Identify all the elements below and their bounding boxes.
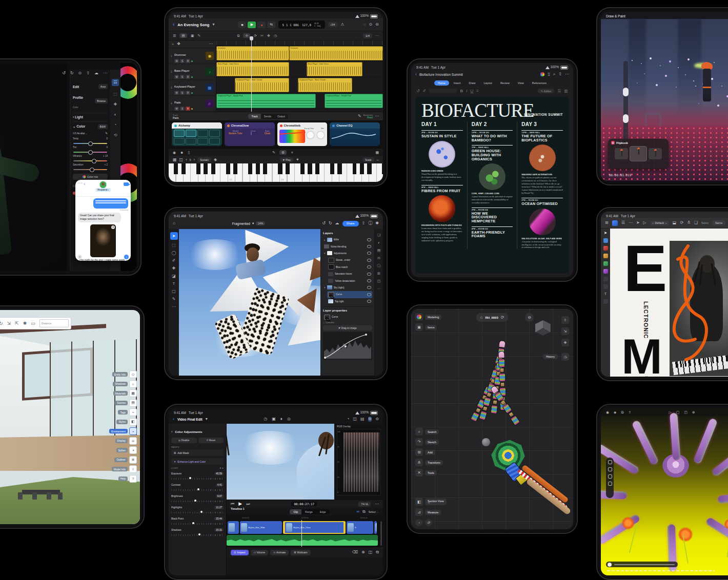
headers-more-icon[interactable]: ⋯ (209, 42, 213, 46)
shape-tool-icon[interactable] (603, 284, 608, 289)
share-button[interactable]: Share (342, 221, 359, 226)
camera-icon[interactable]: ◫ (684, 410, 687, 414)
split-keyboard-icon[interactable]: ◫ (179, 158, 184, 162)
back-icon[interactable]: ‹ (173, 22, 174, 27)
arrange-area[interactable]: Drummer Drummer Bass Player - Indie Disc… (216, 40, 383, 112)
piano-keyboard[interactable]: C3 C4 (169, 163, 383, 182)
play-button[interactable]: ▶ (248, 22, 256, 28)
stop-icon[interactable]: ▢ (676, 410, 680, 414)
lcd-display[interactable]: 5 1 1 086 127,0 4/4C maj (278, 20, 325, 29)
text-tool-icon[interactable]: T (604, 292, 607, 296)
render-progress-slider[interactable] (606, 562, 678, 567)
model-info-icon[interactable]: i (129, 465, 137, 473)
copy-icon[interactable]: ⧉ (621, 410, 624, 414)
poster-canvas[interactable]: E LECTRONIC M USIC (610, 229, 728, 377)
sketch-button[interactable]: Sketch (425, 440, 439, 445)
track-header-drummer[interactable]: 1 Drummer MSR ◉ (169, 48, 216, 64)
track-header-keys[interactable]: 3 Keyboard Player MSR ▦ (169, 80, 216, 96)
pip-icon[interactable]: ⧉ (368, 417, 372, 422)
text-panel-icon[interactable]: ▤ (377, 248, 381, 252)
eye-icon[interactable] (367, 293, 371, 296)
slider-black-point[interactable]: Black Point15.44 (171, 517, 224, 526)
timeline-tracks[interactable]: Skyline_Blue_Wide Skyline_Blue_Close S S… (227, 520, 383, 547)
curves-section-label[interactable]: ⌄ CURVES (323, 321, 372, 324)
vector-brush-icon[interactable] (603, 246, 608, 251)
speed-icon[interactable]: ◔ (347, 417, 350, 422)
history-clock-icon[interactable]: ◷ (561, 353, 569, 361)
display-button[interactable]: Display (115, 439, 128, 443)
shape-tool-icon[interactable]: ▢ (172, 289, 176, 294)
items-button[interactable]: Items (425, 325, 437, 330)
slider-handle[interactable] (608, 563, 612, 567)
tab-home[interactable]: Home (434, 80, 449, 86)
selection-tool-icon[interactable] (603, 238, 608, 243)
region[interactable]: Keyboard Player - Wide Chords (235, 78, 289, 92)
model-info-button[interactable]: Model Info (112, 467, 128, 471)
add-attachment-button[interactable]: + (77, 255, 82, 259)
panel-back-icon[interactable]: ‹ (171, 430, 173, 434)
cloud-icon[interactable]: ☁ (94, 71, 98, 75)
messages-window[interactable]: ••• ‹ Anupama › Delivered Great! Can you… (75, 180, 131, 261)
tools-button[interactable]: Tools (425, 470, 437, 475)
size-handle[interactable] (623, 88, 629, 96)
frame-thumbnail-active[interactable] (630, 146, 647, 161)
export-icon[interactable]: ⇧ (561, 316, 569, 324)
slider-shadows[interactable]: Shadows15.31 (171, 528, 224, 537)
plugin-power-icon[interactable] (227, 125, 230, 127)
layers-panel-icon[interactable]: ❏ (377, 233, 380, 237)
chevron-down-icon[interactable]: ▾ (206, 417, 208, 421)
layer-row-selected[interactable]: ✎Curve (327, 291, 372, 298)
plugin-power-icon[interactable] (332, 125, 335, 127)
import-icon[interactable]: ⇲ (7, 321, 11, 326)
render-settings-icon[interactable]: ⊛ (692, 410, 695, 414)
multicam-button[interactable]: ⊞ Multicam (291, 550, 310, 555)
brush-icon[interactable]: ✐ (423, 89, 427, 93)
tags-button[interactable]: Tags (118, 410, 128, 415)
entity-info-button[interactable]: Entity Info (112, 372, 128, 377)
search-button[interactable]: Search (425, 429, 439, 434)
settings-icon[interactable]: ⊙ (369, 23, 373, 27)
export-panel-icon[interactable]: ⊞ (377, 272, 380, 275)
same-button[interactable]: Same (712, 220, 725, 225)
modeling-icon[interactable] (415, 313, 423, 321)
eye-icon[interactable] (367, 279, 371, 282)
reset-button[interactable]: ↺ Reset (198, 438, 224, 443)
shadows-button[interactable]: Shadows (113, 382, 128, 386)
region[interactable]: Keyboard Player - Simple Pad (325, 94, 383, 108)
properties-item[interactable]: ✎Curve (323, 314, 372, 320)
record-icon[interactable]: ◉ (606, 410, 609, 414)
pointer-tool-icon[interactable]: ✛ (243, 33, 250, 38)
add-mask-button[interactable]: ⊞ Add Mask (171, 449, 224, 456)
transform-button[interactable]: Transform (425, 460, 443, 465)
automation-pencil-icon[interactable]: ✎ (358, 114, 361, 118)
clip[interactable]: Skyline_Blue_Wide (240, 521, 282, 534)
region[interactable]: Bass Player - Indie Disco (307, 62, 362, 76)
color-mix-button[interactable]: Color mix (73, 174, 108, 180)
crop-tool-icon[interactable] (603, 277, 608, 281)
home-icon[interactable]: ⌂ (480, 316, 483, 320)
adjust-panel-icon[interactable]: ◐ (378, 241, 380, 244)
mic-icon[interactable]: ♦ (280, 417, 282, 421)
ruler[interactable] (216, 40, 383, 46)
layer-row[interactable]: ▾Sky (right) (323, 284, 372, 291)
dimensions-icon[interactable]: ⇲ (561, 327, 569, 335)
automation-value[interactable]: Read (367, 116, 373, 119)
timeline-zoom[interactable]: 74 % (358, 502, 371, 507)
split-tool-icon[interactable]: ✂ (260, 33, 264, 38)
avatar[interactable] (99, 181, 107, 189)
plugin-power-icon[interactable] (280, 125, 282, 127)
device-icon[interactable]: ▯ (548, 72, 550, 76)
copy-icon[interactable]: ⧉ (237, 33, 239, 38)
camera-icon[interactable]: ◉ (173, 151, 176, 154)
collapse-button[interactable]: ⊖ (525, 313, 534, 322)
slider-brightness[interactable]: Brightness9.07 (171, 494, 224, 503)
flipbook-panel[interactable]: Flipbook (608, 139, 669, 169)
history-icon[interactable]: ⊙ (78, 71, 82, 75)
tools-icon[interactable]: ✕ (415, 469, 423, 477)
eye-icon[interactable] (367, 273, 371, 276)
zoom-tool-icon[interactable] (603, 299, 608, 304)
keys-icon[interactable]: ▦ (173, 158, 177, 162)
wet-knob[interactable] (316, 131, 325, 139)
light-wand-icon[interactable]: ✦ ▾ (219, 467, 224, 469)
help-icon[interactable]: ⓘ (368, 221, 372, 225)
